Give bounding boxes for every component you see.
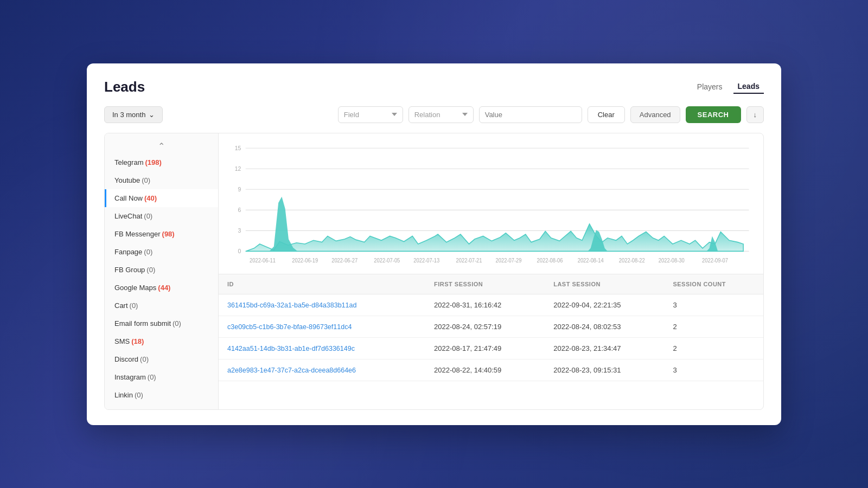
sidebar-item-count: (0) xyxy=(146,266,155,274)
svg-text:6: 6 xyxy=(238,206,241,213)
sidebar-item-count: (0) xyxy=(130,301,138,310)
col-first-session: FIRST SESSION xyxy=(425,274,545,294)
cell-first-session: 2022-08-31, 16:16:42 xyxy=(425,294,545,316)
col-id: ID xyxy=(219,274,425,294)
svg-text:2022-08-06: 2022-08-06 xyxy=(537,257,563,263)
cell-last-session: 2022-08-23, 09:15:31 xyxy=(545,359,664,381)
tab-leads[interactable]: Leads xyxy=(733,80,764,94)
sidebar-item-label: FB Messenger xyxy=(114,230,161,238)
svg-text:0: 0 xyxy=(238,247,241,254)
cell-session-count: 2 xyxy=(664,337,763,359)
table-row: a2e8e983-1e47-37c7-a2ca-dceea8d664e62022… xyxy=(219,359,763,381)
cell-id: a2e8e983-1e47-37c7-a2ca-dceea8d664e6 xyxy=(219,359,425,381)
cell-session-count: 3 xyxy=(664,294,763,316)
filter-bar: In 3 month ⌄ Field Relation Clear Advanc… xyxy=(104,106,764,123)
sidebar-item-label: LiveChat xyxy=(114,212,142,220)
sidebar-item-label: Youtube xyxy=(114,176,140,184)
sidebar-item-cart[interactable]: Cart (0) xyxy=(105,297,218,314)
sidebar-item-label: Email form submit xyxy=(114,319,171,328)
cell-id: 361415bd-c69a-32a1-ba5e-d84a383b11ad xyxy=(219,294,425,316)
download-button[interactable]: ↓ xyxy=(746,106,764,123)
cell-last-session: 2022-08-24, 08:02:53 xyxy=(545,316,664,337)
sidebar-item-fb-group[interactable]: FB Group (0) xyxy=(105,261,218,279)
sidebar-item-count: (0) xyxy=(173,319,181,328)
page-header: Leads Players Leads xyxy=(104,79,764,95)
svg-text:2022-07-13: 2022-07-13 xyxy=(413,257,439,263)
sidebar-collapse-button[interactable]: ⌃ xyxy=(105,139,218,153)
sidebar-item-count: (40) xyxy=(144,194,157,202)
sidebar-item-youtube[interactable]: Youtube (0) xyxy=(105,171,218,189)
page-title: Leads xyxy=(104,79,145,95)
cell-last-session: 2022-09-04, 22:21:35 xyxy=(545,294,664,316)
svg-text:2022-07-05: 2022-07-05 xyxy=(374,257,400,263)
leads-chart: 0 3 6 9 12 15 xyxy=(223,142,755,269)
sidebar-item-label: Instagram xyxy=(114,373,146,381)
sidebar-item-count: (198) xyxy=(145,158,161,166)
relation-select[interactable]: Relation xyxy=(409,106,474,123)
sidebar-item-fanpage[interactable]: Fanpage (0) xyxy=(105,243,218,261)
table-row: 4142aa51-14db-3b31-ab1e-df7d6336149c2022… xyxy=(219,337,763,359)
svg-text:2022-06-11: 2022-06-11 xyxy=(250,257,276,263)
sidebar-item-count: (0) xyxy=(144,212,152,220)
sidebar-item-count: (0) xyxy=(135,391,143,399)
svg-text:2022-07-21: 2022-07-21 xyxy=(456,257,482,263)
sidebar-item-label: Fanpage xyxy=(114,248,142,256)
sidebar-item-telegram[interactable]: Telegram (198) xyxy=(105,153,218,171)
search-button[interactable]: SEARCH xyxy=(686,106,741,123)
sidebar-item-linkin[interactable]: Linkin (0) xyxy=(105,386,218,404)
main-content: ⌃ Telegram (198)Youtube (0)Call Now (40)… xyxy=(104,133,764,410)
sidebar-item-livechat[interactable]: LiveChat (0) xyxy=(105,207,218,225)
sidebar: ⌃ Telegram (198)Youtube (0)Call Now (40)… xyxy=(105,133,219,409)
period-filter-button[interactable]: In 3 month ⌄ xyxy=(104,106,163,123)
lead-id-link[interactable]: a2e8e983-1e47-37c7-a2ca-dceea8d664e6 xyxy=(227,367,356,374)
sidebar-item-discord[interactable]: Discord (0) xyxy=(105,350,218,368)
header-tabs: Players Leads xyxy=(693,80,764,94)
sidebar-item-count: (18) xyxy=(131,337,144,345)
cell-session-count: 3 xyxy=(664,359,763,381)
clear-button[interactable]: Clear xyxy=(588,106,625,123)
sidebar-item-email-form-submit[interactable]: Email form submit (0) xyxy=(105,314,218,332)
svg-text:15: 15 xyxy=(235,144,241,151)
sidebar-item-count: (0) xyxy=(140,355,149,363)
sidebar-item-count: (0) xyxy=(148,373,156,381)
svg-text:2022-07-29: 2022-07-29 xyxy=(496,257,522,263)
period-label: In 3 month xyxy=(112,111,145,119)
lead-id-link[interactable]: 361415bd-c69a-32a1-ba5e-d84a383b11ad xyxy=(227,301,356,309)
sidebar-item-sms[interactable]: SMS (18) xyxy=(105,332,218,350)
svg-text:2022-08-30: 2022-08-30 xyxy=(659,257,685,263)
tab-players[interactable]: Players xyxy=(693,80,727,93)
cell-id: c3e09cb5-c1b6-3b7e-bfae-89673ef11dc4 xyxy=(219,316,425,337)
sidebar-item-label: FB Group xyxy=(114,266,145,274)
sidebar-item-count: (44) xyxy=(158,284,170,292)
sidebar-item-label: SMS xyxy=(114,337,130,345)
advanced-button[interactable]: Advanced xyxy=(630,106,680,123)
sidebar-item-instagram[interactable]: Instagram (0) xyxy=(105,368,218,386)
lead-id-link[interactable]: 4142aa51-14db-3b31-ab1e-df7d6336149c xyxy=(227,345,355,352)
cell-first-session: 2022-08-24, 02:57:19 xyxy=(425,316,545,337)
svg-text:3: 3 xyxy=(238,227,241,233)
cell-first-session: 2022-08-17, 21:47:49 xyxy=(425,337,545,359)
chart-area: 0 3 6 9 12 15 xyxy=(219,133,763,274)
sidebar-item-label: Discord xyxy=(114,355,138,363)
sidebar-item-count: (0) xyxy=(142,176,150,184)
sidebar-item-label: Cart xyxy=(114,301,128,310)
sidebar-item-fb-messenger[interactable]: FB Messenger (98) xyxy=(105,225,218,243)
sidebar-item-label: Google Maps xyxy=(114,284,156,292)
sidebar-item-google-maps[interactable]: Google Maps (44) xyxy=(105,279,218,297)
chevron-down-icon: ⌄ xyxy=(149,111,155,119)
svg-text:2022-06-19: 2022-06-19 xyxy=(292,257,318,263)
svg-text:2022-09-07: 2022-09-07 xyxy=(702,257,728,263)
value-input[interactable] xyxy=(479,106,582,123)
field-select[interactable]: Field xyxy=(338,106,403,123)
col-session-count: SESSION COUNT xyxy=(664,274,763,294)
sidebar-item-call-now[interactable]: Call Now (40) xyxy=(105,189,218,207)
sidebar-item-count: (0) xyxy=(144,248,152,256)
svg-text:2022-08-22: 2022-08-22 xyxy=(619,257,645,263)
lead-id-link[interactable]: c3e09cb5-c1b6-3b7e-bfae-89673ef11dc4 xyxy=(227,323,352,331)
sidebar-item-label: Call Now xyxy=(114,194,143,202)
cell-last-session: 2022-08-23, 21:34:47 xyxy=(545,337,664,359)
cell-first-session: 2022-08-22, 14:40:59 xyxy=(425,359,545,381)
cell-id: 4142aa51-14db-3b31-ab1e-df7d6336149c xyxy=(219,337,425,359)
sidebar-item-label: Telegram xyxy=(114,158,143,166)
col-last-session: LAST SESSION xyxy=(545,274,664,294)
